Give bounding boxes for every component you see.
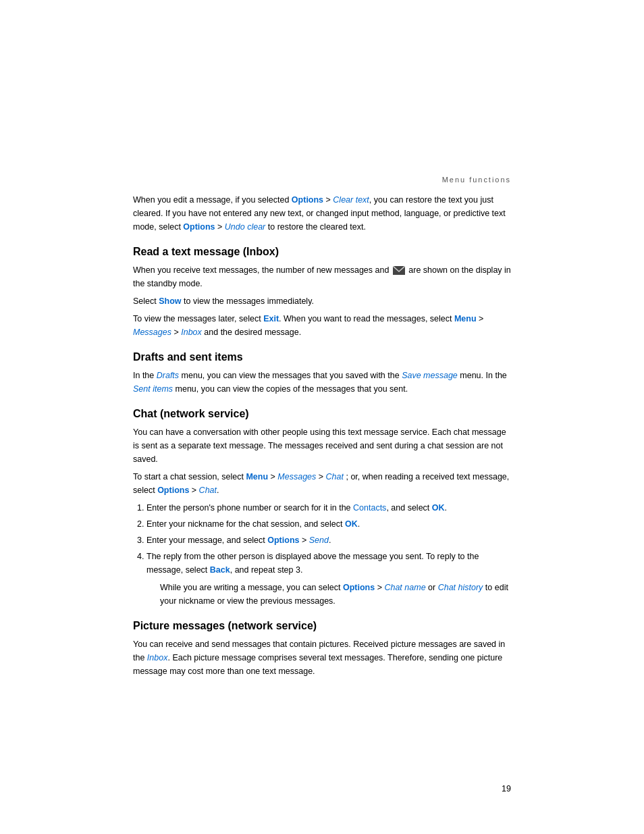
ok-link-2[interactable]: OK (345, 519, 358, 529)
page: Menu functions When you edit a message, … (0, 0, 644, 834)
chat-history-link[interactable]: Chat history (438, 583, 483, 592)
options-link-1[interactable]: Options (292, 195, 323, 205)
section-body-chat: You can have a conversation with other p… (133, 425, 511, 497)
section-heading-picture: Picture messages (network service) (133, 620, 511, 632)
picture-para-1: You can receive and send messages that c… (133, 637, 511, 678)
chat-para-1: You can have a conversation with other p… (133, 425, 511, 466)
chat-note: While you are writing a message, you can… (160, 581, 511, 608)
back-link[interactable]: Back (210, 565, 230, 575)
save-message-link[interactable]: Save message (402, 371, 458, 380)
clear-text-link[interactable]: Clear text (333, 195, 369, 205)
options-link-chat[interactable]: Options (157, 486, 189, 495)
chat-para-2: To start a chat session, select Menu > M… (133, 470, 511, 497)
chat-link-2[interactable]: Chat (199, 486, 217, 495)
menu-functions-header: Menu functions (133, 176, 511, 184)
intro-paragraph: When you edit a message, if you selected… (133, 193, 511, 234)
menu-link-1[interactable]: Menu (454, 314, 477, 323)
send-link[interactable]: Send (309, 536, 329, 545)
inbox-para-1: When you receive text messages, the numb… (133, 263, 511, 290)
chat-steps-list: Enter the person's phone number or searc… (133, 501, 511, 608)
chat-step-4: The reply from the other person is displ… (146, 550, 511, 608)
chat-step-3: Enter your message, and select Options >… (146, 533, 511, 547)
ok-link-1[interactable]: OK (432, 503, 445, 513)
options-link-2[interactable]: Options (183, 222, 215, 232)
section-heading-chat: Chat (network service) (133, 408, 511, 420)
inbox-para-3: To view the messages later, select Exit.… (133, 312, 511, 339)
chat-link-1[interactable]: Chat (326, 472, 344, 481)
options-link-note[interactable]: Options (343, 583, 375, 592)
show-link[interactable]: Show (159, 296, 181, 306)
chat-name-link[interactable]: Chat name (384, 583, 425, 592)
inbox-link-1[interactable]: Inbox (181, 328, 202, 337)
inbox-para-2: Select Show to view the messages immedia… (133, 294, 511, 308)
section-body-picture: You can receive and send messages that c… (133, 637, 511, 678)
section-heading-drafts: Drafts and sent items (133, 351, 511, 363)
drafts-para-1: In the Drafts menu, you can view the mes… (133, 369, 511, 396)
content-area: Menu functions When you edit a message, … (133, 0, 511, 736)
undo-clear-link[interactable]: Undo clear (225, 222, 265, 232)
contacts-link[interactable]: Contacts (353, 503, 386, 513)
chat-step-1: Enter the person's phone number or searc… (146, 501, 511, 515)
menu-link-chat[interactable]: Menu (246, 472, 268, 481)
exit-link[interactable]: Exit (263, 314, 279, 323)
section-body-drafts: In the Drafts menu, you can view the mes… (133, 369, 511, 396)
sent-items-link[interactable]: Sent items (133, 384, 173, 394)
options-link-step3[interactable]: Options (267, 536, 299, 545)
page-number: 19 (502, 784, 511, 793)
drafts-link[interactable]: Drafts (157, 371, 179, 380)
section-body-inbox: When you receive text messages, the numb… (133, 263, 511, 339)
messages-link-chat[interactable]: Messages (277, 472, 316, 481)
section-heading-inbox: Read a text message (Inbox) (133, 246, 511, 258)
envelope-icon (393, 266, 405, 275)
messages-link-1[interactable]: Messages (133, 328, 171, 337)
inbox-link-picture[interactable]: Inbox (147, 653, 168, 662)
chat-step-2: Enter your nickname for the chat session… (146, 517, 511, 531)
